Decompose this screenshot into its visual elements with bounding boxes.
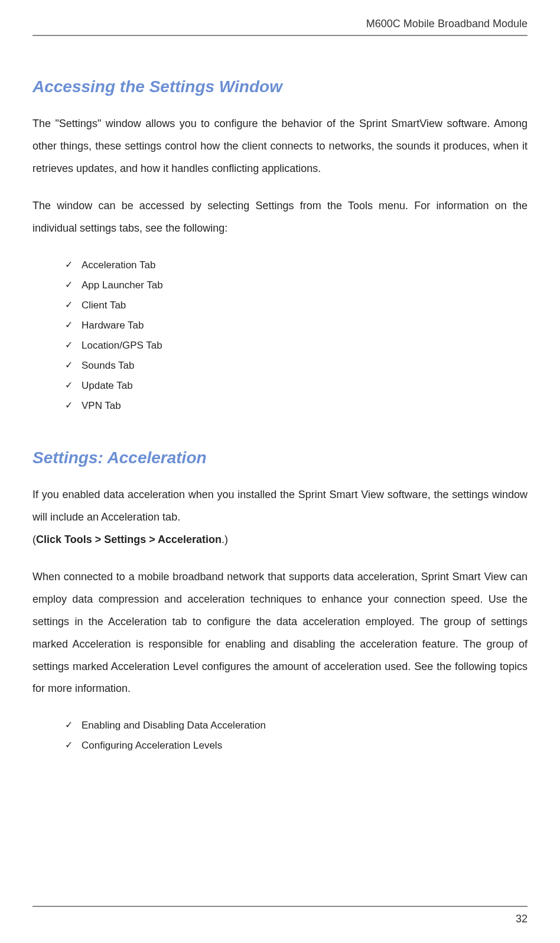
list-item: Location/GPS Tab xyxy=(65,336,528,356)
paren-close: .) xyxy=(222,534,228,545)
list-item: Acceleration Tab xyxy=(65,255,528,275)
list-item: Hardware Tab xyxy=(65,316,528,336)
section2-para2: (Click Tools > Settings > Acceleration.) xyxy=(32,529,528,551)
header-title: M600C Mobile Broadband Module xyxy=(366,18,528,30)
list-item: VPN Tab xyxy=(65,396,528,416)
page-footer: 32 xyxy=(32,906,528,925)
section1-para2: The window can be accessed by selecting … xyxy=(32,195,528,240)
acceleration-topics-list: Enabling and Disabling Data Acceleration… xyxy=(32,716,528,756)
section2-para1: If you enabled data acceleration when yo… xyxy=(32,484,528,529)
heading-accessing-settings: Accessing the Settings Window xyxy=(32,77,528,96)
heading-settings-acceleration: Settings: Acceleration xyxy=(32,448,528,467)
list-item: Update Tab xyxy=(65,376,528,396)
page-header: M600C Mobile Broadband Module xyxy=(32,18,528,36)
page-number: 32 xyxy=(516,913,528,925)
list-item: Configuring Acceleration Levels xyxy=(65,736,528,756)
list-item: Client Tab xyxy=(65,295,528,316)
nav-path-bold: Click Tools > Settings > Acceleration xyxy=(36,534,222,545)
section2-para3: When connected to a mobile broadband net… xyxy=(32,566,528,700)
list-item: App Launcher Tab xyxy=(65,275,528,295)
list-item: Enabling and Disabling Data Acceleration xyxy=(65,716,528,736)
settings-tabs-list: Acceleration Tab App Launcher Tab Client… xyxy=(32,255,528,416)
section1-para1: The "Settings" window allows you to conf… xyxy=(32,113,528,180)
list-item: Sounds Tab xyxy=(65,356,528,376)
